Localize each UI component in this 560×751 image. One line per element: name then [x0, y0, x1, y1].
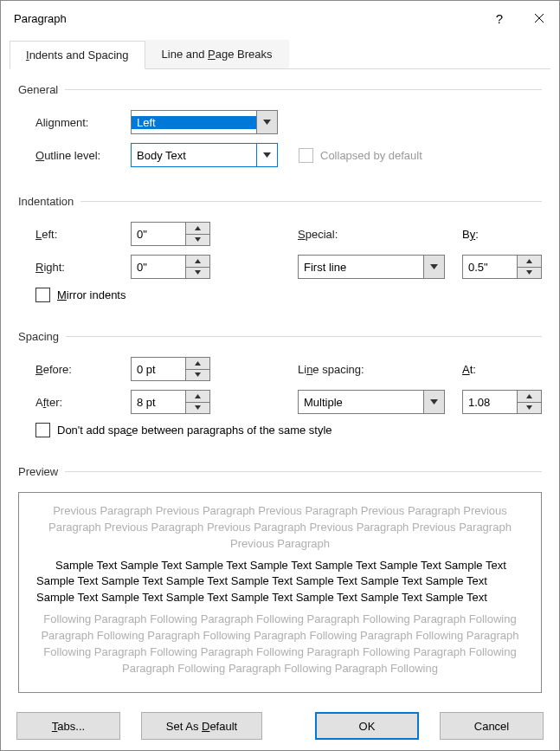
dialog-title: Paragraph	[14, 12, 480, 25]
tabs-button[interactable]: Tabs...	[16, 712, 120, 740]
outline-level-select[interactable]: Body Text	[131, 143, 278, 167]
svg-marker-5	[195, 237, 201, 242]
svg-marker-9	[526, 259, 532, 263]
chevron-down-icon[interactable]	[423, 256, 444, 278]
spin-up-icon[interactable]	[518, 391, 541, 403]
preview-box: Previous Paragraph Previous Paragraph Pr…	[18, 492, 542, 693]
group-spacing-label: Spacing	[18, 330, 66, 343]
line-spacing-select[interactable]: Multiple	[298, 390, 445, 414]
indent-left-input[interactable]	[132, 223, 185, 245]
chevron-down-icon[interactable]	[423, 391, 444, 413]
group-general: General Alignment: Left Outline level: B…	[18, 83, 542, 176]
at-label: At:	[462, 363, 505, 376]
before-spinner[interactable]	[131, 357, 210, 381]
by-spinner[interactable]	[462, 255, 542, 279]
indent-left-spinner[interactable]	[131, 222, 210, 246]
special-select[interactable]: First line	[298, 255, 445, 279]
group-preview-label: Preview	[18, 465, 65, 478]
after-spinner[interactable]	[131, 390, 210, 414]
tab-line-page-breaks[interactable]: Line and Page Breaks	[145, 40, 289, 68]
mirror-indents-checkbox[interactable]: Mirror indents	[35, 288, 126, 302]
tab-indents-spacing[interactable]: Indents and Spacing	[10, 41, 145, 69]
spin-down-icon[interactable]	[186, 235, 209, 246]
collapsed-checkbox: Collapsed by default	[299, 148, 422, 163]
indent-right-spinner[interactable]	[131, 255, 210, 279]
chevron-down-icon[interactable]	[256, 111, 277, 133]
at-spinner[interactable]	[462, 390, 542, 414]
preview-previous: Previous Paragraph Previous Paragraph Pr…	[36, 503, 524, 553]
spin-up-icon[interactable]	[186, 223, 209, 235]
after-label: After:	[35, 396, 131, 409]
alignment-label: Alignment:	[35, 116, 131, 129]
special-label: Special:	[298, 228, 402, 241]
svg-marker-4	[195, 226, 201, 230]
group-indentation-label: Indentation	[18, 195, 80, 208]
svg-marker-2	[263, 120, 271, 125]
set-default-button[interactable]: Set As Default	[141, 712, 262, 740]
dialog-footer: Tabs... Set As Default OK Cancel	[1, 702, 559, 751]
svg-marker-6	[195, 259, 201, 263]
svg-marker-8	[430, 264, 438, 269]
group-spacing: Spacing Before: Line spacing: At: After:	[18, 330, 542, 446]
spin-up-icon[interactable]	[518, 256, 541, 268]
preview-sample: Sample Text Sample Text Sample Text Samp…	[36, 558, 524, 607]
indent-right-label: Right:	[35, 261, 131, 274]
spin-up-icon[interactable]	[186, 256, 209, 268]
help-button[interactable]: ?	[480, 1, 519, 36]
close-icon	[534, 13, 544, 23]
preview-following: Following Paragraph Following Paragraph …	[36, 612, 524, 677]
svg-marker-14	[195, 405, 201, 410]
svg-marker-12	[195, 372, 201, 377]
spin-down-icon[interactable]	[186, 370, 209, 381]
spin-up-icon[interactable]	[186, 358, 209, 370]
by-label: By:	[462, 228, 505, 241]
svg-marker-11	[195, 361, 201, 366]
indent-right-input[interactable]	[132, 256, 185, 278]
svg-marker-17	[526, 405, 532, 410]
group-indentation: Indentation Left: Special: By: Right:	[18, 195, 542, 311]
svg-marker-16	[526, 394, 532, 398]
before-label: Before:	[35, 363, 131, 376]
alignment-select[interactable]: Left	[131, 110, 278, 134]
chevron-down-icon[interactable]	[256, 144, 277, 166]
paragraph-dialog: Paragraph ? Indents and Spacing Line and…	[0, 0, 560, 751]
spin-down-icon[interactable]	[518, 403, 541, 414]
group-preview: Preview Previous Paragraph Previous Para…	[18, 465, 542, 693]
outline-level-label: Outline level:	[35, 149, 131, 162]
svg-marker-3	[263, 152, 271, 158]
spin-down-icon[interactable]	[518, 268, 541, 279]
svg-marker-10	[526, 270, 532, 275]
indent-left-label: Left:	[35, 228, 131, 241]
at-input[interactable]	[463, 391, 517, 413]
line-spacing-label: Line spacing:	[298, 363, 402, 376]
after-input[interactable]	[132, 391, 185, 413]
svg-marker-15	[430, 399, 438, 405]
by-input[interactable]	[463, 256, 517, 278]
tab-strip: Indents and Spacing Line and Page Breaks	[1, 36, 559, 69]
close-button[interactable]	[519, 1, 559, 36]
spin-up-icon[interactable]	[186, 391, 209, 403]
spin-down-icon[interactable]	[186, 403, 209, 414]
before-input[interactable]	[132, 358, 185, 380]
svg-marker-13	[195, 394, 201, 398]
ok-button[interactable]: OK	[315, 712, 419, 740]
spin-down-icon[interactable]	[186, 268, 209, 279]
group-general-label: General	[18, 83, 65, 96]
svg-marker-7	[195, 270, 201, 275]
cancel-button[interactable]: Cancel	[440, 712, 544, 740]
titlebar: Paragraph ?	[1, 1, 559, 36]
dont-add-space-checkbox[interactable]: Don't add space between paragraphs of th…	[35, 423, 332, 437]
